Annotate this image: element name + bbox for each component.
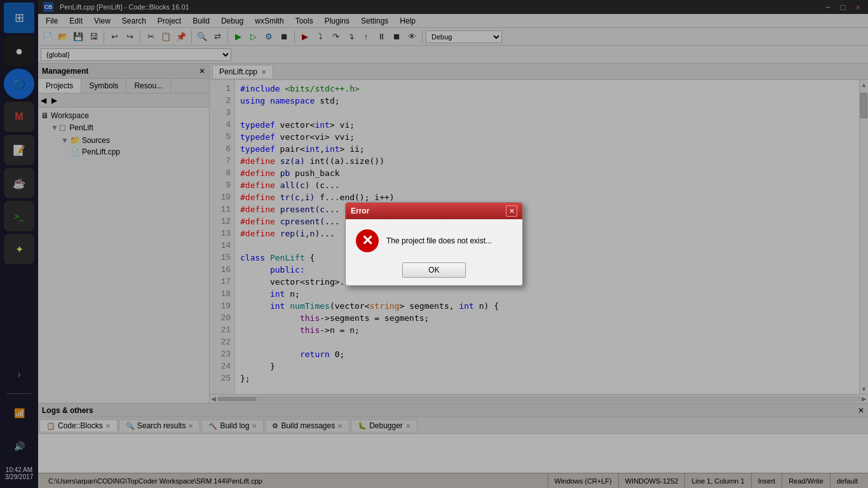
dialog-footer: OK <box>346 257 522 285</box>
dialog-overlay: Error ✕ ✕ The project file does not exis… <box>0 0 868 488</box>
error-dialog: Error ✕ ✕ The project file does not exis… <box>345 202 523 286</box>
ok-button[interactable]: OK <box>402 262 465 278</box>
error-icon: ✕ <box>356 229 379 252</box>
dialog-message: The project file does not exist... <box>386 236 492 245</box>
dialog-body: ✕ The project file does not exist... <box>346 219 522 257</box>
dialog-title-bar: Error ✕ <box>346 203 522 219</box>
dialog-title-label: Error <box>351 207 369 215</box>
dialog-close-button[interactable]: ✕ <box>506 205 517 217</box>
